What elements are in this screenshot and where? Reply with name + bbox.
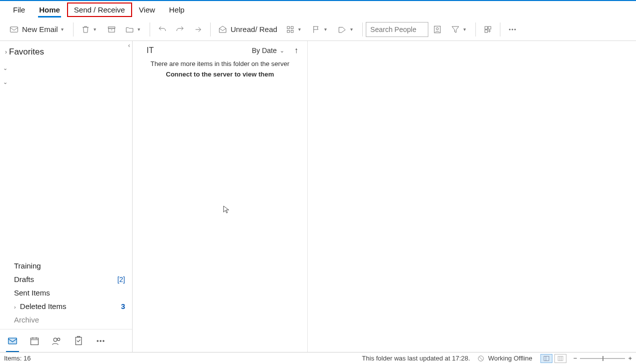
new-email-button[interactable]: New Email ▾ — [5, 22, 70, 38]
chevron-down-icon[interactable]: ▾ — [350, 26, 355, 32]
status-connection: Working Offline — [488, 354, 532, 362]
tab-help[interactable]: Help — [162, 2, 192, 17]
chevron-down-icon[interactable]: ▾ — [298, 26, 303, 32]
tasks-nav-icon[interactable] — [73, 336, 84, 346]
folder-label: Sent Items — [14, 288, 50, 297]
undo-icon — [157, 24, 167, 34]
archive-button[interactable] — [103, 22, 121, 38]
svg-rect-19 — [76, 337, 82, 344]
flag-icon — [311, 24, 321, 34]
svg-rect-1 — [108, 26, 115, 28]
view-normal-button[interactable] — [540, 354, 552, 363]
zoom-slider[interactable]: − + — [573, 354, 632, 362]
account-label — [10, 78, 12, 86]
folder-drafts[interactable]: Drafts [2] — [7, 272, 132, 286]
more-button[interactable] — [503, 22, 521, 38]
chevron-down-icon[interactable]: ▾ — [463, 26, 468, 32]
folder-title: IT — [147, 46, 154, 55]
arrow-right-icon — [193, 24, 203, 34]
folder-label: Archive — [14, 316, 39, 324]
folder-move-icon — [125, 24, 135, 34]
svg-rect-6 — [291, 30, 294, 32]
svg-rect-3 — [287, 26, 290, 29]
more-nav-icon[interactable] — [95, 336, 106, 346]
sort-by-button[interactable]: By Date ⌄ ↑ — [252, 46, 298, 55]
account-header-2[interactable]: ⌄ — [0, 75, 132, 89]
folder-deleted-items[interactable]: › Deleted Items 3 — [7, 300, 132, 313]
unread-read-label: Unread/ Read — [231, 25, 277, 34]
svg-rect-24 — [544, 356, 549, 360]
folder-pane: ‹ › Favorites ⌄ ⌄ Training Drafts [2] Se… — [0, 41, 133, 352]
server-msg-line2[interactable]: Connect to the server to view them — [138, 70, 302, 80]
svg-point-14 — [514, 28, 515, 30]
calendar-nav-icon[interactable] — [29, 336, 40, 346]
undo-button[interactable] — [153, 22, 171, 38]
separator — [210, 22, 211, 36]
view-reading-button[interactable] — [554, 354, 566, 363]
separator — [475, 22, 476, 36]
folder-label: Deleted Items — [20, 302, 67, 310]
separator — [500, 22, 500, 36]
tag-button[interactable]: ▾ — [333, 22, 359, 38]
ribbon: New Email ▾ ▾ ▾ Unread/ Read ▾ ▾ ▾ ▾ — [0, 18, 636, 41]
zoom-out-icon[interactable]: − — [573, 354, 577, 362]
forward-button[interactable] — [189, 22, 207, 38]
cursor-icon — [223, 205, 230, 214]
svg-point-18 — [58, 338, 60, 340]
drafts-count: [2] — [117, 276, 125, 284]
reading-pane — [308, 41, 636, 352]
chevron-right-icon: › — [14, 304, 16, 310]
chevron-down-icon[interactable]: ▾ — [61, 26, 66, 32]
addins-button[interactable] — [479, 22, 497, 38]
folder-archive[interactable]: Archive — [7, 313, 132, 326]
deleted-count: 3 — [121, 302, 125, 310]
zoom-in-icon[interactable]: + — [628, 354, 632, 362]
chevron-down-icon: ⌄ — [280, 48, 284, 54]
menu-tabs: File Home Send / Receive View Help — [0, 1, 636, 18]
favorites-header[interactable]: › Favorites — [0, 43, 132, 61]
envelope-open-icon — [218, 24, 228, 34]
zoom-track[interactable] — [580, 358, 625, 359]
mail-nav-icon[interactable] — [7, 336, 18, 346]
account-header-1[interactable]: ⌄ — [0, 61, 132, 75]
search-people-input[interactable] — [366, 22, 428, 37]
message-list-pane: IT By Date ⌄ ↑ There are more items in t… — [133, 41, 308, 352]
apps-icon — [483, 24, 493, 34]
redo-icon — [175, 24, 185, 34]
status-item-count: Items: 16 — [4, 354, 31, 362]
collapse-pane-icon[interactable]: ‹ — [128, 42, 130, 49]
tab-view[interactable]: View — [132, 2, 162, 17]
svg-rect-11 — [485, 30, 487, 32]
tab-file[interactable]: File — [6, 2, 32, 17]
chevron-down-icon[interactable]: ▾ — [324, 26, 329, 32]
redo-button[interactable] — [171, 22, 189, 38]
svg-point-8 — [436, 28, 439, 30]
svg-rect-7 — [434, 26, 440, 33]
separator — [150, 22, 150, 36]
sort-direction-icon[interactable]: ↑ — [294, 46, 298, 55]
sort-label: By Date — [252, 46, 277, 54]
tab-send-receive[interactable]: Send / Receive — [67, 2, 132, 17]
funnel-icon — [450, 24, 460, 34]
move-button[interactable]: ▾ — [121, 22, 147, 38]
server-msg-line1: There are more items in this folder on t… — [138, 59, 302, 70]
unread-read-button[interactable]: Unread/ Read — [214, 22, 281, 38]
svg-point-13 — [512, 28, 513, 30]
people-nav-icon[interactable] — [51, 336, 62, 346]
delete-button[interactable]: ▾ — [77, 22, 103, 38]
chevron-down-icon: ⌄ — [3, 65, 8, 72]
status-last-updated: This folder was last updated at 17:28. — [362, 354, 470, 362]
flag-button[interactable]: ▾ — [307, 22, 333, 38]
chevron-down-icon[interactable]: ▾ — [138, 26, 143, 32]
categorize-button[interactable]: ▾ — [281, 22, 307, 38]
status-bar: Items: 16 This folder was last updated a… — [0, 352, 636, 364]
account-label — [10, 64, 12, 72]
chevron-down-icon[interactable]: ▾ — [94, 26, 99, 32]
filter-button[interactable]: ▾ — [446, 22, 472, 38]
ellipsis-icon — [507, 24, 517, 34]
offline-icon — [477, 354, 485, 362]
folder-training[interactable]: Training — [7, 259, 132, 272]
folder-sent-items[interactable]: Sent Items — [7, 286, 132, 300]
address-book-button[interactable] — [428, 22, 446, 38]
tab-home[interactable]: Home — [32, 2, 67, 17]
